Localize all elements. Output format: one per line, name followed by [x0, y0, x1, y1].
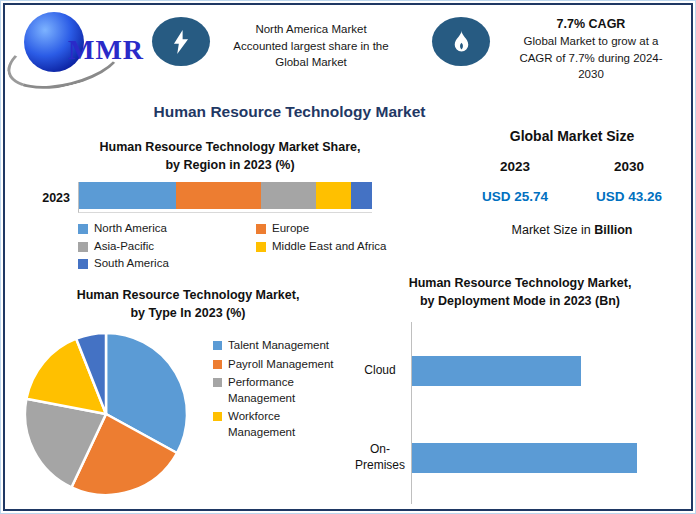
market-size-years: 2023 2030 — [458, 159, 686, 174]
legend-swatch-payroll — [213, 360, 222, 369]
market-size-unit: Billion — [594, 223, 632, 237]
region-segment-south-america — [351, 182, 372, 209]
legend-item-workforce-management: Workforce Management — [213, 409, 341, 440]
logo-text: MMR — [68, 34, 144, 66]
type-pie-svg — [22, 330, 190, 498]
flame-icon — [432, 17, 490, 66]
market-size-year-2023: 2023 — [458, 159, 572, 174]
legend-swatch-south-america — [78, 259, 88, 269]
legend-item-south-america: South America — [78, 256, 256, 272]
type-pie-chart: Human Resource Technology Market, by Typ… — [20, 286, 356, 322]
legend-swatch-middle-east-africa — [256, 242, 266, 252]
cagr-line3: 2030 — [497, 66, 685, 83]
type-pie-legend: Talent Management Payroll Management Per… — [213, 338, 341, 440]
legend-swatch-europe — [256, 224, 266, 234]
region-segment-middle-east-and-africa — [316, 182, 351, 209]
legend-item-europe: Europe — [256, 221, 440, 237]
legend-item-talent-management: Talent Management — [213, 338, 341, 354]
legend-item-north-america: North America — [78, 221, 256, 237]
deployment-y-axis — [411, 322, 412, 504]
deployment-plot-area: Cloud On-Premises — [352, 320, 688, 510]
deployment-label-on-premises: On-Premises — [352, 442, 408, 473]
legend-item-middle-east-africa: Middle East and Africa — [256, 239, 440, 255]
highlight-cagr: 7.7% CAGR Global Market to grow at a CAG… — [497, 15, 685, 83]
cagr-line2: CAGR of 7.7% during 2024- — [497, 50, 685, 67]
cagr-title: 7.7% CAGR — [497, 15, 685, 33]
market-size-title: Global Market Size — [458, 128, 686, 144]
region-legend: North America Europe Asia-Pacific Middle… — [78, 221, 440, 272]
page-title: Human Resource Technology Market — [12, 103, 567, 121]
legend-swatch-performance — [213, 378, 222, 387]
legend-item-performance-management: Performance Management — [213, 375, 341, 406]
type-chart-title: Human Resource Technology Market, by Typ… — [20, 286, 356, 322]
highlight-na-line1: North America Market — [213, 21, 409, 38]
market-size-value-2030: USD 43.26 — [572, 189, 686, 204]
market-size-values: USD 25.74 USD 43.26 — [458, 189, 686, 204]
highlight-na-line2: Accounted largest share in the — [213, 38, 409, 55]
legend-swatch-talent — [213, 341, 222, 350]
deploy-bar-on-premises — [412, 443, 637, 473]
highlight-north-america: North America Market Accounted largest s… — [213, 21, 409, 71]
region-stacked-bar — [79, 182, 372, 209]
legend-swatch-workforce — [213, 412, 222, 421]
deployment-chart: Human Resource Technology Market, by Dep… — [352, 274, 688, 510]
region-axis-label: 2023 — [20, 191, 78, 205]
market-size-year-2030: 2030 — [572, 159, 686, 174]
deployment-label-cloud: Cloud — [352, 363, 408, 379]
legend-item-asia-pacific: Asia-Pacific — [78, 239, 256, 255]
region-chart-row: 2023 — [20, 182, 440, 213]
region-chart-title: Human Resource Technology Market Share, … — [20, 138, 440, 174]
market-size-footer: Market Size in Billion — [458, 223, 686, 237]
region-segment-asia-pacific — [261, 182, 317, 209]
region-bar-axis — [78, 182, 372, 213]
cagr-line1: Global Market to grow at a — [497, 33, 685, 50]
deploy-bar-cloud — [412, 356, 581, 386]
market-size-value-2023: USD 25.74 — [458, 189, 572, 204]
mmr-logo: MMR — [14, 8, 148, 82]
legend-swatch-north-america — [78, 224, 88, 234]
legend-swatch-asia-pacific — [78, 242, 88, 252]
deployment-chart-title: Human Resource Technology Market, by Dep… — [352, 274, 688, 310]
lightning-icon — [152, 17, 210, 66]
region-segment-europe — [176, 182, 261, 209]
region-segment-north-america — [79, 182, 176, 209]
global-market-size-panel: Global Market Size 2023 2030 USD 25.74 U… — [458, 128, 686, 237]
region-chart: Human Resource Technology Market Share, … — [20, 138, 440, 272]
highlight-na-line3: Global Market — [213, 54, 409, 71]
legend-item-payroll-management: Payroll Management — [213, 357, 341, 373]
